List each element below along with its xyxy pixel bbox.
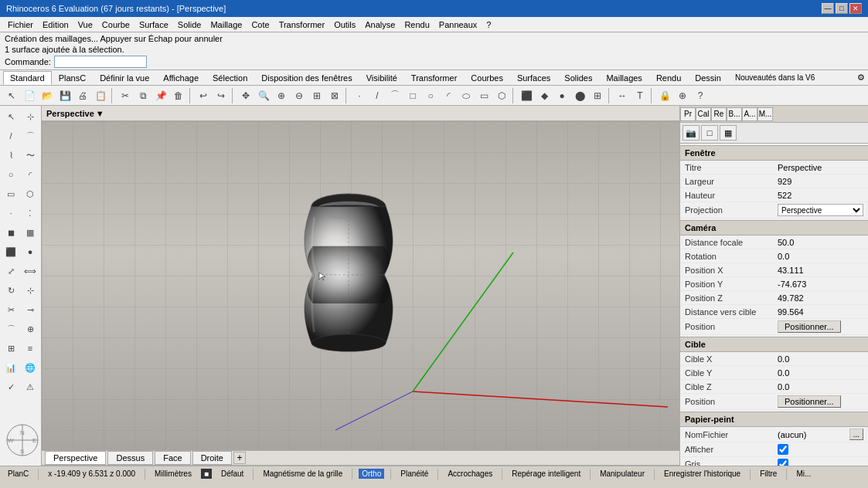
planeite-btn[interactable]: Planéité [397,469,431,479]
check-btn[interactable]: ✓ [2,378,20,396]
line-btn[interactable]: / [369,87,386,104]
panel-rect-icon[interactable]: ▦ [720,125,737,141]
draw-freeform-btn[interactable]: 〜 [21,146,39,164]
viewport-dropdown[interactable]: ▼ [96,109,104,118]
delete-btn[interactable]: 🗑 [170,87,187,104]
cylinder-btn[interactable]: ⬤ [571,87,588,104]
tab-standard[interactable]: Standard [3,71,52,85]
arc-2d-btn[interactable]: ◜ [21,165,39,184]
snap-btn[interactable]: ⊞ [2,339,20,358]
trim-btn[interactable]: ✂ [2,300,20,319]
gumball-btn[interactable]: ⊕ [674,87,691,104]
menu-maillage[interactable]: Maillage [206,19,247,31]
split-btn[interactable]: ⊸ [21,300,39,319]
select-btn[interactable]: ↖ [2,107,20,126]
arc-btn[interactable]: ◜ [440,87,457,104]
panel-camera-icon[interactable]: 📷 [682,125,700,141]
polygon-2d-btn[interactable]: ⬡ [21,185,39,203]
tab-courbes[interactable]: Courbes [464,71,510,85]
box-btn[interactable]: □ [404,87,421,104]
fillet-btn[interactable]: ⌒ [2,320,20,338]
redo-btn[interactable]: ↪ [213,87,230,104]
panel-tab-m[interactable]: M... [757,107,773,121]
osnap-btn[interactable]: 🔒 [656,87,673,104]
solid-sphere-btn[interactable]: ● [21,242,39,261]
close-button[interactable]: ✕ [849,3,862,14]
zoom-in-btn[interactable]: ⊕ [273,87,290,104]
save-btn[interactable]: 💾 [56,87,73,104]
solid-box-btn[interactable]: ⬛ [2,242,20,261]
scale-btn[interactable]: ⊹ [21,281,39,300]
menu-edition[interactable]: Edition [38,19,73,31]
filtre-btn[interactable]: Filtre [757,469,780,479]
tab-definir-vue[interactable]: Définir la vue [93,71,156,85]
historique-btn[interactable]: Enregistrer l'historique [661,469,744,479]
circle-btn[interactable]: ○ [422,87,439,104]
planc-indicator[interactable]: PlanC [5,469,32,479]
gris-checkbox[interactable] [778,459,788,466]
tab-plansc[interactable]: PlansC [52,71,93,85]
render-btn[interactable]: 🌐 [21,358,39,377]
zoom-sel-btn[interactable]: ⊠ [326,87,343,104]
tab-maillages[interactable]: Maillages [599,71,648,85]
menu-solide[interactable]: Solide [173,19,206,31]
manipulateur-btn[interactable]: Manipulateur [597,469,648,479]
vp-tab-droite[interactable]: Droite [192,451,232,465]
paste-btn[interactable]: 📌 [152,87,169,104]
tab-visibilite[interactable]: Visibilité [359,71,404,85]
dim-btn[interactable]: ↔ [614,87,631,104]
vp-tab-face[interactable]: Face [155,451,190,465]
mi-btn[interactable]: Mi... [793,469,814,479]
text-btn[interactable]: T [631,87,648,104]
browse-file-button[interactable]: ... [849,429,863,440]
mesh-btn[interactable]: ⊞ [589,87,606,104]
panel-square-icon[interactable]: □ [701,125,718,141]
panel-tab-b[interactable]: B... [727,107,742,121]
surface-btn[interactable]: ◼ [2,223,20,242]
zoom-all-btn[interactable]: ⊞ [308,87,325,104]
menu-panneaux[interactable]: Panneaux [434,19,482,31]
tab-disposition[interactable]: Disposition des fenêtres [254,71,359,85]
panel-tab-cal[interactable]: Cal [696,107,711,121]
positionner-cible-button[interactable]: Positionner... [778,395,841,408]
menu-cote[interactable]: Cote [247,19,274,31]
viewport[interactable] [42,121,679,450]
tab-surfaces[interactable]: Surfaces [510,71,557,85]
analysis-btn[interactable]: 📊 [2,358,20,377]
afficher-checkbox[interactable] [778,444,788,455]
menu-rendu[interactable]: Rendu [400,19,434,31]
polyline-btn[interactable]: ⌒ [386,87,403,104]
positionner-camera-button[interactable]: Positionner... [778,320,841,333]
polygon-btn[interactable]: ⬡ [493,87,510,104]
accrochages-btn[interactable]: Accrochages [444,469,495,479]
mirror-btn[interactable]: ⟺ [21,262,39,280]
help-btn[interactable]: ? [692,87,709,104]
nurbs-btn[interactable]: ▦ [21,223,39,242]
tab-solides[interactable]: Solides [557,71,599,85]
boolean-btn[interactable]: ⊕ [21,320,39,338]
menu-vue[interactable]: Vue [73,19,97,31]
command-input[interactable] [54,56,147,68]
extrude-btn[interactable]: ⬛ [518,87,535,104]
minimize-button[interactable]: — [822,3,834,14]
loft-btn[interactable]: ◆ [536,87,553,104]
ellipse-btn[interactable]: ⬭ [458,87,475,104]
menu-transformer[interactable]: Transformer [274,19,330,31]
point-select-btn[interactable]: ⊹ [21,107,39,126]
menu-fichier[interactable]: Fichier [3,19,38,31]
pan-btn[interactable]: ✥ [237,87,254,104]
magnetisme-btn[interactable]: Magnétisme de la grille [260,469,345,479]
menu-analyse[interactable]: Analyse [360,19,400,31]
undo-btn[interactable]: ↩ [195,87,212,104]
tab-transformer[interactable]: Transformer [404,71,465,85]
panel-tab-re[interactable]: Re [711,107,727,121]
reperage-btn[interactable]: Repérage intelligent [509,469,584,479]
menu-help[interactable]: ? [482,19,495,31]
vp-tab-dessus[interactable]: Dessus [107,451,153,465]
tab-dessin[interactable]: Dessin [688,71,728,85]
zoom-window-btn[interactable]: 🔍 [255,87,272,104]
zoom-out-btn[interactable]: ⊖ [291,87,308,104]
rotate-btn[interactable]: ↻ [2,281,20,300]
point-btn[interactable]: · [2,204,20,222]
rect-2d-btn[interactable]: ▭ [2,185,20,203]
